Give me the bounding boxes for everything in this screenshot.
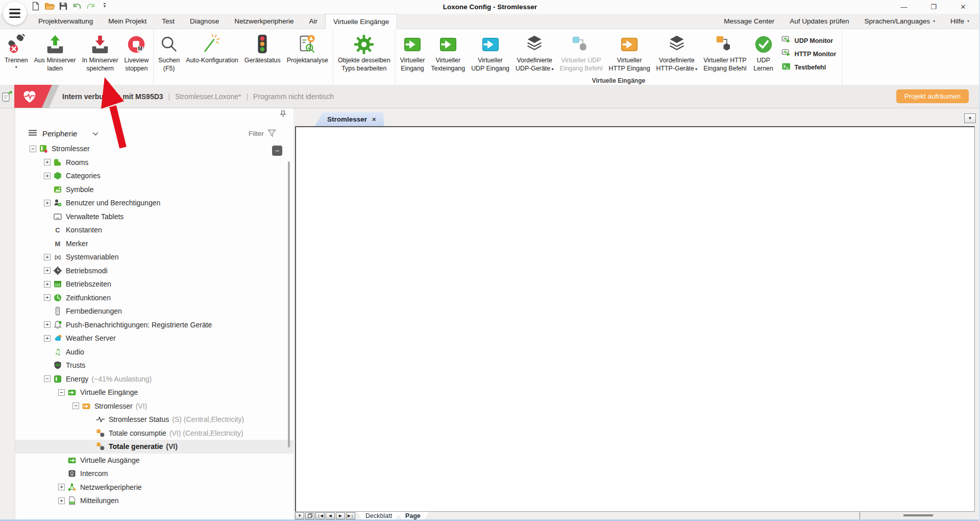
scrollbar-thumb[interactable]	[903, 514, 933, 516]
expand-icon[interactable]: +	[44, 281, 51, 288]
tree-item-netzwerkperipherie[interactable]: +Netzwerkperipherie	[15, 481, 293, 494]
tree-item-virtuelle-eing-nge[interactable]: −Virtuelle Eingänge	[15, 386, 293, 399]
new-file-button[interactable]	[31, 1, 41, 11]
maximize-button[interactable]: ❐	[919, 0, 948, 13]
nav-dropdown-button[interactable]: ▼	[295, 512, 304, 519]
tree-item-mitteilungen[interactable]: +LOGMitteilungen	[15, 494, 293, 508]
virtueller-eingang-button[interactable]: VirtuellerEingang	[397, 32, 428, 74]
aus-miniserver-laden-button[interactable]: Aus Miniserverladen	[31, 32, 79, 74]
menu-air[interactable]: Air	[301, 14, 325, 29]
expand-icon[interactable]: +	[44, 200, 51, 206]
expand-icon[interactable]: +	[44, 321, 51, 328]
tree-item-weather-server[interactable]: +Weather Server	[15, 331, 293, 345]
virtueller-http-eingang-button[interactable]: VirtuellerHTTP Eingang	[605, 32, 653, 74]
tree-item-rooms[interactable]: +Rooms	[15, 156, 293, 170]
tree-item-audio[interactable]: ♫Audio	[15, 345, 293, 359]
close-tab-icon[interactable]: ×	[372, 115, 376, 123]
tab-list-dropdown-button[interactable]: ▼	[964, 113, 976, 123]
expand-icon[interactable]: +	[58, 484, 65, 490]
expand-icon[interactable]: +	[58, 498, 65, 504]
tree-item-virtuelle-ausg-nge[interactable]: Virtuelle Ausgänge	[15, 454, 293, 467]
save-button[interactable]	[58, 1, 68, 11]
nav-go-last-button[interactable]: ▶❘	[346, 512, 355, 519]
menu-mein-projekt[interactable]: Mein Projekt	[101, 14, 154, 29]
tree-item-benutzer-und-berechtigungen[interactable]: +Benutzer und Berechtigungen	[15, 196, 293, 210]
tree-scrollbar[interactable]	[288, 161, 290, 447]
nav-go-next-button[interactable]: ▶	[336, 512, 345, 519]
menu-projektverwaltung[interactable]: Projektverwaltung	[31, 14, 101, 29]
tree-item-trusts[interactable]: Trusts	[15, 359, 293, 372]
http-monitor-button[interactable]: HTTP Monitor	[781, 49, 837, 60]
tree-item-stromlesser[interactable]: −Stromlesser	[15, 142, 293, 156]
panel-menu-icon[interactable]	[29, 129, 37, 138]
nav-go-first-button[interactable]: ❘◀	[315, 512, 325, 519]
trennen-button[interactable]: Trennen▾	[2, 32, 31, 70]
menu-auf-updates-pr-fen[interactable]: Auf Updates prüfen	[782, 14, 856, 29]
menu-netzwerkperipherie[interactable]: Netzwerkperipherie	[227, 14, 301, 29]
horizontal-scrollbar[interactable]	[860, 512, 975, 519]
sheet-tab-page[interactable]: Page	[397, 512, 429, 519]
open-folder-button[interactable]	[44, 1, 55, 11]
project-sync-icon[interactable]	[2, 90, 13, 105]
tree-item-symbole[interactable]: Symbole	[15, 183, 293, 197]
tree-item-fernbedienungen[interactable]: Fernbedienungen	[15, 304, 293, 318]
menu-test[interactable]: Test	[154, 14, 182, 29]
tree-item-zeitfunktionen[interactable]: +Zeitfunktionen	[15, 291, 293, 305]
undo-button[interactable]	[72, 1, 82, 11]
tree-item-stromlesser-status[interactable]: Stromlesser Status(S) (Central,Electrici…	[15, 413, 293, 427]
virtueller-texteingang-button[interactable]: VirtuellerTexteingang	[428, 32, 468, 74]
nav-restore-page-button[interactable]	[305, 512, 314, 519]
expand-icon[interactable]: +	[44, 159, 51, 165]
redo-button[interactable]	[86, 1, 96, 11]
tree-item-konstanten[interactable]: CKonstanten	[15, 223, 293, 237]
vordefinierte-http-geraete-button[interactable]: VordefinierteHTTP-Geräte ▾	[653, 32, 701, 74]
projektanalyse-button[interactable]: Projektanalyse	[284, 32, 331, 65]
minimize-button[interactable]: —	[889, 0, 919, 13]
expand-icon[interactable]: +	[44, 335, 51, 342]
tree-item-intercom[interactable]: Intercom	[15, 467, 293, 481]
liveview-stoppen-button[interactable]: MLiveviewstoppen	[121, 32, 152, 74]
virtueller-udp-eingang-button[interactable]: VirtuellerUDP Eingang	[468, 32, 512, 74]
panel-title[interactable]: Peripherie	[42, 129, 77, 138]
tree-item-merker[interactable]: MMerker	[15, 237, 293, 251]
virtueller-http-eingang-befehl-button[interactable]: Virtueller HTTPEingang Befehl	[700, 32, 749, 74]
auto-konfiguration-button[interactable]: Auto-Konfiguration	[183, 32, 241, 65]
udp-lernen-button[interactable]: UDPLernen	[750, 32, 777, 74]
tree-item-totale-consumptie[interactable]: Totale consumptie(VI) (Central,Electrici…	[15, 427, 293, 440]
close-button[interactable]: ✕	[948, 0, 978, 13]
expand-icon[interactable]: +	[44, 294, 51, 301]
menu-hilfe[interactable]: Hilfe▾	[943, 14, 977, 29]
hamburger-menu-button[interactable]	[3, 2, 27, 25]
menu-virtuelle-eing-nge[interactable]: Virtuelle Eingänge	[325, 14, 397, 29]
menu-sprachen-languages[interactable]: Sprachen/Languages▾	[857, 14, 943, 29]
tree-item-betriebszeiten[interactable]: +Betriebszeiten	[15, 277, 293, 291]
more-button[interactable]: ▾	[100, 1, 110, 11]
geraetestatus-button[interactable]: Gerätestatus	[241, 32, 284, 65]
document-tab[interactable]: Stromlesser ×	[315, 112, 384, 126]
tree-item-stromlesser[interactable]: −Stromlesser(VI)	[15, 399, 293, 413]
tree-item-totale-generatie[interactable]: Totale generatie(VI)	[15, 440, 293, 454]
cleanup-project-button[interactable]: Projekt aufräumen	[896, 89, 969, 103]
collapse-icon[interactable]: −	[44, 375, 51, 382]
tree-item-push-benachrichtigungen-registrierte-ger-te[interactable]: +Push-Benachrichtigungen: Registrierte G…	[15, 318, 293, 332]
pin-icon[interactable]	[280, 110, 286, 120]
tree-item-systemvariablen[interactable]: +(x)Systemvariablen	[15, 250, 293, 264]
udp-monitor-button[interactable]: UDP Monitor	[781, 35, 837, 46]
expand-icon[interactable]: +	[44, 267, 51, 274]
testbefehl-button[interactable]: Testbefehl	[781, 62, 837, 73]
tree-item-categories[interactable]: +Categories	[15, 169, 293, 183]
collapse-icon[interactable]: −	[58, 389, 65, 396]
objekte-desselben-typs-bearbeiten-button[interactable]: Objekte desselbenTyps bearbeiten	[335, 32, 394, 74]
expand-icon[interactable]: +	[44, 254, 51, 260]
sheet-tab-deckblatt[interactable]: Deckblatt	[357, 512, 400, 519]
collapse-icon[interactable]: −	[30, 146, 36, 152]
menu-message-center[interactable]: Message Center	[716, 14, 782, 29]
collapse-icon[interactable]: −	[72, 402, 79, 409]
expand-icon[interactable]: +	[44, 173, 51, 179]
in-miniserver-speichern-button[interactable]: In Miniserverspeichern	[79, 32, 121, 74]
tree-item-betriebsmodi[interactable]: +Betriebsmodi	[15, 264, 293, 278]
suchen-button[interactable]: Suchen(F5)	[155, 32, 183, 74]
chevron-down-icon[interactable]	[92, 129, 99, 138]
filter-control[interactable]: Filter	[249, 129, 276, 137]
menu-diagnose[interactable]: Diagnose	[182, 14, 227, 29]
